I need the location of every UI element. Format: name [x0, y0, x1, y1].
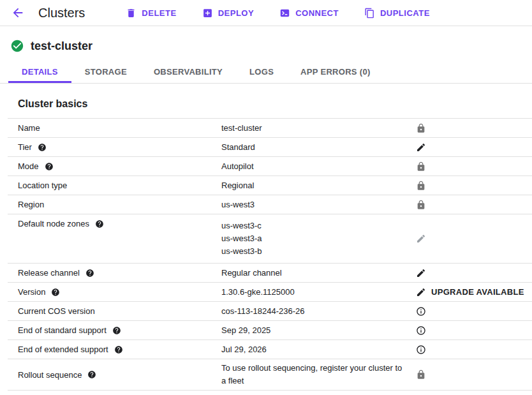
help-icon[interactable]: [85, 269, 94, 278]
duplicate-button[interactable]: DUPLICATE: [363, 4, 431, 22]
row-label: Tier: [18, 142, 32, 152]
cluster-basics-table: Name test-cluster Tier Standard Mode Aut…: [8, 118, 532, 391]
row-label: Current COS version: [18, 306, 95, 316]
row-label: Name: [18, 123, 40, 133]
edit-icon[interactable]: [416, 268, 426, 278]
info-icon[interactable]: [416, 345, 426, 355]
table-row-name: Name test-cluster: [8, 119, 532, 138]
row-label: End of standard support: [18, 325, 107, 335]
table-row-default-node-zones: Default node zones us-west3-c us-west3-a…: [8, 214, 532, 264]
help-icon[interactable]: [38, 143, 47, 152]
table-row-cos-version: Current COS version cos-113-18244-236-26: [8, 302, 532, 321]
lock-icon: [416, 181, 426, 191]
tab-storage[interactable]: STORAGE: [71, 62, 140, 83]
row-label: Release channel: [18, 268, 80, 278]
table-row-version: Version 1.30.6-gke.1125000 UPGRADE AVAIL…: [8, 283, 532, 302]
row-label: Mode: [18, 161, 39, 171]
row-label: Region: [18, 200, 44, 209]
tab-logs[interactable]: LOGS: [236, 62, 287, 83]
row-label: Location type: [18, 181, 67, 190]
back-button[interactable]: [10, 5, 26, 20]
copy-icon: [364, 8, 375, 19]
row-value: Regional: [221, 177, 416, 195]
trash-icon: [126, 8, 137, 19]
edit-disabled-icon: [416, 234, 426, 244]
add-box-icon: [202, 8, 213, 19]
row-label: Rollout sequence: [18, 370, 82, 380]
section-title: Cluster basics: [18, 98, 532, 110]
help-icon[interactable]: [45, 162, 54, 171]
deploy-button-label: DEPLOY: [218, 8, 254, 18]
table-row-release-channel: Release channel Regular channel: [8, 264, 532, 283]
tab-bar: DETAILS STORAGE OBSERVABILITY LOGS APP E…: [0, 62, 532, 84]
top-bar: Clusters DELETE DEPLOY CONNECT DUPLICATE: [0, 0, 532, 26]
help-icon[interactable]: [114, 345, 123, 354]
row-value: 1.30.6-gke.1125000: [221, 283, 416, 301]
connect-button[interactable]: CONNECT: [278, 4, 340, 22]
lock-icon: [416, 369, 426, 380]
row-value: cos-113-18244-236-26: [221, 302, 416, 320]
row-label: End of extended support: [18, 345, 108, 354]
arrow-left-icon: [11, 6, 25, 20]
table-row-mode: Mode Autopilot: [8, 157, 532, 176]
action-bar: DELETE DEPLOY CONNECT DUPLICATE: [124, 4, 454, 22]
row-value: Standard: [221, 138, 416, 156]
table-row-rollout-sequence: Rollout sequence To use rollout sequenci…: [8, 359, 532, 391]
edit-icon[interactable]: [416, 142, 426, 153]
row-value: To use rollout sequencing, register your…: [221, 359, 416, 390]
table-row-end-extended-support: End of extended support Jul 29, 2026: [8, 340, 532, 359]
table-row-region: Region us-west3: [8, 195, 532, 214]
tab-details[interactable]: DETAILS: [8, 62, 71, 83]
lock-icon: [416, 123, 426, 133]
cluster-header: test-cluster: [0, 26, 532, 62]
row-label: Default node zones: [18, 219, 89, 228]
help-icon[interactable]: [87, 370, 96, 379]
table-row-tier: Tier Standard: [8, 138, 532, 157]
lock-icon: [416, 161, 426, 172]
help-icon[interactable]: [51, 288, 60, 297]
deploy-button[interactable]: DEPLOY: [201, 4, 255, 22]
table-row-end-standard-support: End of standard support Sep 29, 2025: [8, 321, 532, 340]
row-value: Sep 29, 2025: [221, 322, 416, 339]
tab-app-errors[interactable]: APP ERRORS (0): [287, 62, 383, 83]
upgrade-available-badge[interactable]: UPGRADE AVAILABLE: [431, 287, 524, 297]
row-value: test-cluster: [221, 119, 416, 137]
row-value: us-west3: [221, 196, 416, 214]
help-icon[interactable]: [112, 326, 121, 335]
row-value: Jul 29, 2026: [221, 341, 416, 359]
row-label: Version: [18, 287, 45, 297]
row-value: Autopilot: [221, 158, 416, 175]
delete-button-label: DELETE: [142, 8, 176, 18]
cluster-name: test-cluster: [31, 40, 92, 53]
help-icon[interactable]: [95, 220, 104, 228]
row-value: us-west3-c us-west3-a us-west3-b: [221, 217, 416, 260]
edit-icon[interactable]: [416, 287, 426, 297]
row-value: Regular channel: [221, 264, 416, 282]
tab-observability[interactable]: OBSERVABILITY: [140, 62, 236, 83]
duplicate-button-label: DUPLICATE: [380, 8, 430, 18]
check-circle-icon: [10, 39, 24, 53]
table-row-location-type: Location type Regional: [8, 176, 532, 195]
lock-icon: [416, 200, 426, 210]
info-icon[interactable]: [416, 306, 426, 317]
connect-button-label: CONNECT: [295, 8, 339, 18]
terminal-icon: [279, 8, 290, 19]
delete-button[interactable]: DELETE: [124, 4, 177, 22]
page-title: Clusters: [38, 6, 85, 20]
info-icon[interactable]: [416, 325, 426, 336]
